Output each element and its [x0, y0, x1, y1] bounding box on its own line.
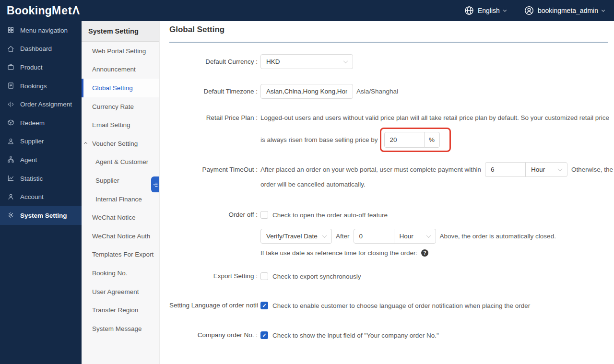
row-export-setting: Export Setting : Check to export synchro… — [169, 272, 608, 280]
field-label: Retail Price Plan : — [169, 114, 258, 122]
sidebar-item-label: Product — [20, 64, 43, 71]
sidebar-item-product[interactable]: Product — [0, 58, 82, 77]
title-divider — [169, 42, 608, 43]
language-switcher[interactable]: English — [464, 6, 506, 15]
submenu-item-label: Templates For Export — [92, 251, 154, 258]
chart-icon — [7, 175, 15, 182]
order-off-after-label: After — [336, 233, 350, 240]
sidebar-item-menu-navigation[interactable]: Menu navigation — [0, 21, 82, 40]
submenu-item-label: Internal Finance — [95, 196, 142, 203]
submenu-item-templates-for-export[interactable]: Templates For Export — [82, 246, 159, 264]
order-off-unit-select[interactable]: Hour — [394, 229, 436, 244]
row-payment-timeout: Payment TimeOut : After placed an order … — [169, 162, 608, 188]
grid-icon — [7, 26, 15, 34]
document-icon — [7, 82, 15, 90]
person-icon — [7, 193, 15, 201]
field-label: Setting Language of order notific — [169, 302, 258, 309]
default-currency-select[interactable]: HKD — [260, 54, 353, 69]
order-off-reference-label: If take use date as reference time for c… — [260, 249, 417, 257]
payment-unit-select[interactable]: Hour — [525, 162, 567, 177]
order-off-date-type-select[interactable]: Verify/Travel Date — [260, 229, 332, 244]
order-off-hours-input[interactable] — [354, 229, 394, 244]
timezone-value: Asia/Shanghai — [356, 84, 398, 99]
hierarchy-icon — [7, 156, 15, 164]
field-label: Order off : — [169, 211, 258, 219]
sidebar-item-label: Bookings — [20, 82, 47, 90]
sidebar-item-redeem[interactable]: Redeem — [0, 114, 82, 132]
submenu-item-email-setting[interactable]: Email Setting — [82, 116, 159, 134]
sidebar-item-dashboard[interactable]: Dashboard — [0, 40, 82, 59]
retail-percentage-input[interactable] — [384, 132, 425, 148]
export-sync-checkbox[interactable] — [260, 272, 268, 280]
submenu-item-wechat-notice[interactable]: WeChat Notice — [82, 208, 159, 227]
field-label: Default Timezone : — [169, 84, 258, 99]
row-retail-price-plan: Retail Price Plan : Logged-out users and… — [169, 114, 608, 152]
submenu-item-agent-customer[interactable]: Agent & Customer — [82, 153, 159, 172]
submenu-item-label: System Message — [92, 325, 142, 332]
payment-timeout-input[interactable] — [485, 162, 526, 177]
globe-icon — [464, 6, 474, 15]
submenu-item-system-message[interactable]: System Message — [82, 319, 159, 338]
sidebar-item-label: Statistic — [20, 175, 43, 182]
percent-addon: % — [424, 132, 440, 148]
sidebar-item-account[interactable]: Account — [0, 188, 82, 206]
top-bar: BookingMetΛ English bookingmeta_admin — [0, 0, 614, 21]
submenu-item-internal-finance[interactable]: Internal Finance — [82, 190, 159, 209]
submenu-item-label: Booking No. — [92, 270, 128, 277]
default-timezone-input[interactable] — [260, 84, 353, 99]
sidebar-item-label: System Setting — [20, 212, 67, 219]
sidebar-item-label: Agent — [20, 156, 37, 164]
field-label: Export Setting : — [169, 272, 258, 280]
chevron-down-icon — [503, 8, 507, 12]
chevron-down-icon — [602, 8, 605, 12]
top-bar-right: English bookingmeta_admin — [464, 6, 614, 15]
chevron-up-icon — [84, 142, 87, 145]
submenu-item-announcement[interactable]: Announcement — [82, 60, 159, 79]
chevron-down-icon — [343, 59, 348, 63]
sidebar-item-agent[interactable]: Agent — [0, 151, 82, 169]
sidebar-item-statistic[interactable]: Statistic — [0, 169, 82, 188]
selected-unit: Hour — [400, 233, 413, 240]
company-order-no-checkbox[interactable] — [260, 331, 268, 339]
submenu-item-label: User Agreement — [92, 288, 139, 295]
briefcase-icon — [7, 63, 15, 71]
main-content: Global Setting Default Currency : HKD De… — [160, 21, 614, 364]
submenu-item-voucher-setting[interactable]: Voucher Setting — [82, 134, 159, 153]
submenu-item-user-agreement[interactable]: User Agreement — [82, 282, 159, 301]
help-icon[interactable]: ? — [421, 249, 428, 257]
row-order-off: Order off : Check to open the order auto… — [169, 211, 608, 257]
submenu-title: System Setting — [82, 21, 159, 42]
sidebar-item-label: Dashboard — [20, 45, 52, 52]
field-label: Company order No. : — [169, 331, 258, 339]
brand-logo-text: Booking — [7, 4, 52, 17]
brand-logo-text-2: Met — [52, 4, 72, 17]
submenu-item-supplier[interactable]: Supplier — [82, 171, 159, 190]
submenu-item-wechat-notice-auth[interactable]: WeChat Notice Auth — [82, 227, 159, 246]
box-icon — [7, 119, 15, 127]
main-sidebar: Menu navigationDashboardProductBookingsO… — [0, 21, 82, 364]
submenu-item-currency-rate[interactable]: Currency Rate — [82, 97, 159, 116]
submenu-item-web-portal-setting[interactable]: Web Portal Setting — [82, 42, 159, 60]
sidebar-item-label: Order Assignment — [20, 101, 72, 108]
export-checkbox-label: Check to export synchronously — [272, 273, 361, 280]
username-label: bookingmeta_admin — [538, 7, 598, 14]
highlight-annotation-box: % — [380, 128, 451, 152]
sidebar-item-label: Menu navigation — [20, 27, 68, 34]
sidebar-item-system-setting[interactable]: System Setting — [0, 206, 82, 225]
sidebar-item-order-assignment[interactable]: Order Assignment — [0, 95, 82, 114]
submenu-item-booking-no[interactable]: Booking No. — [82, 264, 159, 282]
user-menu[interactable]: bookingmeta_admin — [524, 6, 604, 15]
retail-description-line2: is always risen from base selling price … — [260, 136, 378, 143]
submenu-item-global-setting[interactable]: Global Setting — [82, 79, 159, 97]
sidebar-item-bookings[interactable]: Bookings — [0, 77, 82, 95]
submenu-item-transfer-region[interactable]: Transfer Region — [82, 301, 159, 319]
language-label: English — [478, 7, 500, 14]
sidebar-item-supplier[interactable]: Supplier — [0, 132, 82, 151]
row-company-order-no: Company order No. : Check to show the in… — [169, 331, 608, 339]
order-off-checkbox[interactable] — [260, 211, 268, 219]
selected-unit: Hour — [531, 166, 545, 173]
row-default-currency: Default Currency : HKD — [169, 54, 608, 69]
sidebar-item-label: Account — [20, 193, 44, 200]
notification-language-checkbox[interactable] — [260, 302, 268, 309]
collapse-sidebar-button[interactable] — [151, 176, 159, 192]
